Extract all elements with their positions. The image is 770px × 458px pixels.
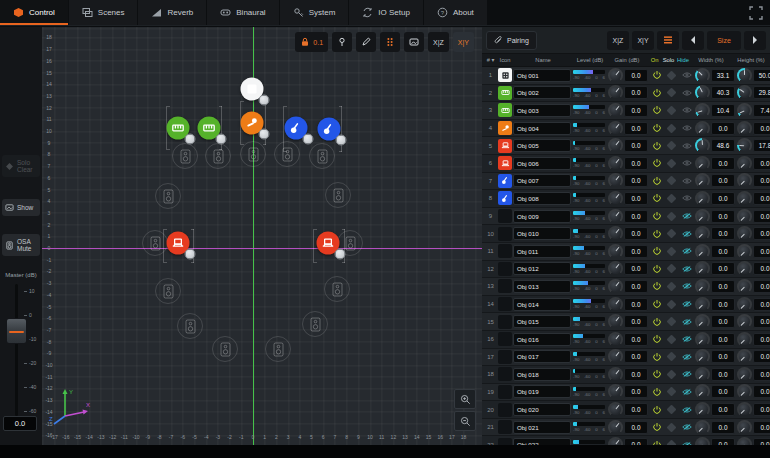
object-icon-cell[interactable]: [497, 121, 513, 135]
width-value[interactable]: 0.0: [711, 421, 735, 434]
gain-knob[interactable]: [608, 420, 623, 435]
osa-mute-button[interactable]: OSA Mute: [2, 234, 40, 256]
solo-button[interactable]: [664, 318, 679, 325]
list-view-button[interactable]: [657, 31, 679, 50]
width-knob[interactable]: [695, 367, 710, 382]
height-knob[interactable]: [737, 103, 752, 118]
width-knob[interactable]: [695, 85, 710, 100]
object-name-field[interactable]: Obj 010: [513, 227, 571, 240]
object-icon-cell[interactable]: [497, 244, 513, 258]
height-value[interactable]: 0.0: [753, 262, 770, 275]
height-value[interactable]: 0.0: [753, 403, 770, 416]
on-button[interactable]: [649, 229, 664, 239]
width-value[interactable]: 0.0: [711, 262, 735, 275]
object-handle[interactable]: [185, 134, 196, 145]
width-knob[interactable]: [695, 437, 710, 445]
object-icon-cell[interactable]: [497, 139, 513, 153]
on-button[interactable]: [649, 105, 664, 115]
object-name-field[interactable]: Obj 011: [513, 245, 571, 258]
view-xz-button[interactable]: X|Z: [428, 32, 449, 52]
on-button[interactable]: [649, 281, 664, 291]
speaker-array-button[interactable]: [380, 32, 400, 52]
width-knob[interactable]: [695, 173, 710, 188]
object-icon-cell[interactable]: [497, 156, 513, 170]
width-knob[interactable]: [695, 121, 710, 136]
gain-value[interactable]: 0.0: [624, 192, 648, 205]
hide-button[interactable]: [679, 405, 694, 415]
height-value[interactable]: 0.0: [753, 280, 770, 293]
width-knob[interactable]: [695, 349, 710, 364]
hide-button[interactable]: [679, 317, 694, 327]
solo-button[interactable]: [664, 230, 679, 237]
width-value[interactable]: 0.0: [711, 438, 735, 445]
stage-object-obj-001[interactable]: [241, 78, 264, 101]
column-header-[interactable]: # ▾: [484, 57, 497, 63]
width-value[interactable]: 0.0: [711, 368, 735, 381]
page-prev-button[interactable]: [682, 31, 704, 50]
width-value[interactable]: 10.4: [711, 104, 735, 117]
hide-button[interactable]: [679, 422, 694, 432]
object-handle[interactable]: [216, 134, 227, 145]
panel-view-xy-button[interactable]: X|Y: [632, 31, 654, 50]
object-icon-cell[interactable]: [497, 86, 513, 100]
tab-io-setup[interactable]: IO Setup: [349, 0, 424, 25]
zoom-in-button[interactable]: [454, 389, 476, 409]
object-icon-cell[interactable]: [497, 191, 513, 205]
object-name-field[interactable]: Obj 022: [513, 438, 571, 445]
hide-button[interactable]: [679, 264, 694, 274]
width-knob[interactable]: [695, 384, 710, 399]
solo-button[interactable]: [664, 371, 679, 378]
object-name-field[interactable]: Obj 012: [513, 262, 571, 275]
solo-button[interactable]: [664, 160, 679, 167]
pen-tool-button[interactable]: [356, 32, 376, 52]
spatial-stage-view[interactable]: 1817161514131211109876543210-1-2-3-4-5-6…: [42, 27, 482, 445]
hide-button[interactable]: [679, 105, 694, 115]
on-button[interactable]: [649, 158, 664, 168]
height-value[interactable]: 0.0: [753, 438, 770, 445]
gain-knob[interactable]: [608, 332, 623, 347]
width-knob[interactable]: [695, 156, 710, 171]
gain-knob[interactable]: [608, 191, 623, 206]
width-value[interactable]: 0.0: [711, 385, 735, 398]
view-xy-button[interactable]: X|Y: [453, 32, 474, 52]
gain-value[interactable]: 0.0: [624, 227, 648, 240]
object-name-field[interactable]: Obj 005: [513, 139, 571, 152]
height-knob[interactable]: [737, 68, 752, 83]
object-name-field[interactable]: Obj 006: [513, 157, 571, 170]
panel-view-xz-button[interactable]: X|Z: [607, 31, 629, 50]
solo-button[interactable]: [664, 336, 679, 343]
height-knob[interactable]: [737, 191, 752, 206]
height-knob[interactable]: [737, 384, 752, 399]
on-button[interactable]: [649, 405, 664, 415]
on-button[interactable]: [649, 264, 664, 274]
width-value[interactable]: 0.0: [711, 210, 735, 223]
object-name-field[interactable]: Obj 014: [513, 298, 571, 311]
object-name-field[interactable]: Obj 020: [513, 403, 571, 416]
height-knob[interactable]: [737, 402, 752, 417]
width-knob[interactable]: [695, 261, 710, 276]
width-value[interactable]: 0.0: [711, 333, 735, 346]
height-value[interactable]: 0.0: [753, 157, 770, 170]
width-value[interactable]: 0.0: [711, 298, 735, 311]
height-knob[interactable]: [737, 138, 752, 153]
width-knob[interactable]: [695, 314, 710, 329]
object-icon-cell[interactable]: [497, 438, 513, 445]
on-button[interactable]: [649, 88, 664, 98]
width-knob[interactable]: [695, 209, 710, 224]
height-knob[interactable]: [737, 279, 752, 294]
on-button[interactable]: [649, 334, 664, 344]
hide-button[interactable]: [679, 70, 694, 80]
object-icon-cell[interactable]: [497, 297, 513, 311]
height-value[interactable]: 50.0: [753, 69, 770, 82]
height-knob[interactable]: [737, 349, 752, 364]
solo-button[interactable]: [664, 72, 679, 79]
object-name-field[interactable]: Obj 002: [513, 86, 571, 99]
object-name-field[interactable]: Obj 019: [513, 385, 571, 398]
gain-knob[interactable]: [608, 121, 623, 136]
width-value[interactable]: 0.0: [711, 280, 735, 293]
hide-button[interactable]: [679, 299, 694, 309]
width-value[interactable]: 0.0: [711, 350, 735, 363]
hide-button[interactable]: [679, 387, 694, 397]
width-value[interactable]: 0.0: [711, 315, 735, 328]
width-knob[interactable]: [695, 68, 710, 83]
